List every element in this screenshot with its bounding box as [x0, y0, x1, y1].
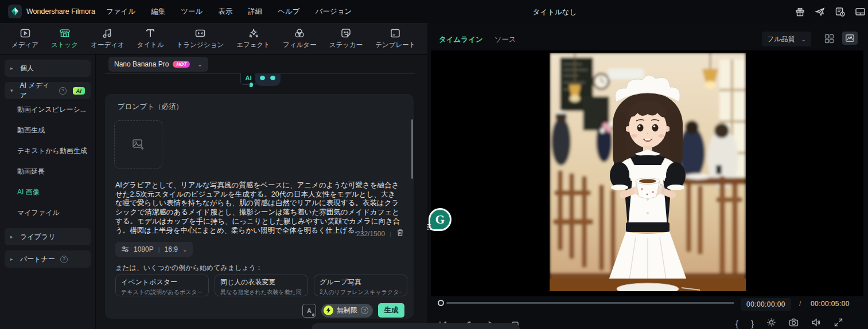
send-feedback-icon[interactable] — [815, 6, 826, 17]
menu-file[interactable]: ファイル — [106, 7, 135, 17]
settings-gear-icon[interactable] — [766, 318, 776, 329]
counter-row: 232/1500 | — [356, 228, 404, 239]
robot-head-icon — [255, 73, 281, 86]
unlimited-credits-pill[interactable]: 無制限 ? — [321, 304, 373, 318]
tab-filter[interactable]: フィルター — [279, 28, 320, 49]
toast-partial — [312, 323, 520, 329]
preview-viewport[interactable] — [431, 50, 863, 296]
help-icon[interactable]: ? — [361, 307, 368, 314]
scopes-icon[interactable] — [842, 32, 858, 45]
sidebar-group-library[interactable]: ▸ ライブラリ — [5, 228, 91, 245]
sidebar-group-partner[interactable]: ▸ パートナー ? — [5, 250, 91, 268]
chevron-right-icon: ▸ — [10, 65, 15, 71]
filmora-logo-icon[interactable] — [8, 5, 22, 18]
task-history-icon[interactable] — [835, 6, 846, 17]
seek-bar[interactable] — [446, 302, 734, 304]
sidebar-group-ai-media[interactable]: ▾ AI メディア ? AI — [5, 82, 91, 99]
app-name: Wondershare Filmora — [26, 7, 95, 15]
current-timecode[interactable]: 00:00:00:00 — [741, 298, 791, 311]
model-selector[interactable]: Nano Banana Pro HOT ⌄ — [108, 57, 208, 72]
chevron-down-icon: ⌄ — [182, 246, 187, 253]
tab-template[interactable]: テンプレート — [372, 28, 419, 49]
gift-icon[interactable] — [795, 6, 805, 17]
menu-advanced[interactable]: 詳細 — [248, 7, 262, 17]
output-settings[interactable]: 1080P | 16:9 ⌄ — [115, 242, 193, 257]
tab-title[interactable]: タイトル — [134, 28, 168, 49]
preview-panel: タイムライン ソース フル品質 ⌄ — [427, 23, 868, 329]
tab-transition[interactable]: トランジション — [173, 28, 227, 49]
bolt-icon — [324, 306, 333, 315]
chevron-right-icon: ▸ — [10, 256, 15, 262]
sidebar-item-video-extend[interactable]: 動画延長 — [0, 161, 95, 182]
example-outfit-change[interactable]: 同じ人の衣装変更 異なる指定された衣装を着た同じ... — [215, 275, 308, 296]
prompt-header: プロンプト（必須） — [118, 102, 183, 112]
playhead-handle[interactable] — [438, 300, 444, 306]
fullscreen-icon[interactable] — [834, 318, 843, 329]
time-separator: / — [799, 300, 801, 308]
divider: | — [390, 230, 391, 237]
sidebar-item-video-generation[interactable]: 動画生成 — [0, 120, 95, 140]
help-icon[interactable]: ? — [59, 87, 66, 95]
image-plus-icon — [131, 138, 145, 151]
menubar: Wondershare Filmora ファイル 編集 ツール 表示 詳細 ヘル… — [0, 0, 868, 23]
hot-badge: HOT — [173, 61, 190, 68]
ai-translate-icon[interactable]: A — [302, 304, 316, 318]
model-name: Nano Banana Pro — [114, 60, 169, 68]
menu-view[interactable]: 表示 — [218, 7, 232, 17]
layout-grid-icon[interactable] — [824, 34, 834, 46]
filmora-window: Wondershare Filmora ファイル 編集 ツール 表示 詳細 ヘル… — [0, 0, 868, 329]
tab-stock[interactable]: ストック — [48, 28, 81, 49]
resolution-value: 1080P — [134, 245, 154, 253]
quality-selector[interactable]: フル品質 ⌄ — [762, 32, 811, 46]
layout-panel-icon[interactable] — [855, 6, 866, 17]
menu-help[interactable]: ヘルプ — [278, 7, 299, 17]
project-title: タイトルなし — [533, 7, 577, 17]
chevron-down-icon: ⌄ — [197, 61, 202, 68]
snapshot-camera-icon[interactable] — [789, 318, 799, 329]
sidebar-item-text-to-video[interactable]: テキストから動画生成 — [0, 140, 95, 161]
menu-tools[interactable]: ツール — [181, 7, 203, 17]
tab-media[interactable]: メディア — [8, 28, 42, 49]
examples-heading: または、いくつかの例から始めてみましょう： — [115, 263, 263, 273]
tab-audio[interactable]: オーディオ — [87, 28, 128, 49]
chevron-down-icon: ⌄ — [801, 36, 806, 42]
ai-image-panel: Nano Banana Pro HOT ⌄ AI プロンプト（必須） AIグラビ… — [96, 54, 427, 329]
grammarly-g-icon: G — [429, 208, 451, 231]
example-event-poster[interactable]: イベントポスター テキストの説明があるポスター。 — [115, 275, 209, 296]
menu-version[interactable]: バージョン — [316, 7, 352, 17]
tab-effects[interactable]: エフェクト — [233, 28, 274, 49]
drag-grip-icon[interactable] — [427, 224, 431, 230]
help-icon[interactable]: ? — [60, 256, 68, 263]
sidebar-item-video-inspiration[interactable]: 動画インスピレーシ... — [0, 99, 95, 120]
ai-mascot-graphic: AI — [240, 73, 286, 87]
generate-button[interactable]: 生成 — [378, 303, 404, 318]
reference-image-upload[interactable] — [114, 120, 162, 169]
mark-out-icon[interactable]: } — [751, 319, 754, 328]
tab-timeline[interactable]: タイムライン — [439, 35, 483, 45]
ai-mascot-badge: AI — [240, 73, 256, 85]
example-group-photo[interactable]: グループ写真 2人のリファレンスキャラクターの旅の... — [314, 275, 407, 296]
menubar-icons — [795, 0, 868, 23]
sidebar-group-personal[interactable]: ▸ 個人 — [5, 60, 91, 77]
total-duration: 00:00:05:00 — [811, 300, 850, 308]
sidebar: ▸ 個人 ▾ AI メディア ? AI 動画インスピレーシ... 動画生成 テキ… — [0, 54, 96, 329]
sliders-icon — [121, 245, 129, 253]
menu-edit[interactable]: 編集 — [151, 7, 165, 17]
generated-image — [550, 53, 746, 291]
example-cards: イベントポスター テキストの説明があるポスター。 同じ人の衣装変更 異なる指定さ… — [115, 275, 407, 296]
card-scrollbar[interactable] — [411, 119, 413, 179]
divider: | — [158, 246, 160, 253]
sidebar-item-ai-image[interactable]: AI 画像 — [0, 182, 95, 202]
trash-icon[interactable] — [396, 228, 404, 239]
volume-icon[interactable] — [811, 318, 821, 329]
char-counter: 232/1500 — [356, 230, 385, 238]
tab-source[interactable]: ソース — [495, 35, 516, 45]
sidebar-item-my-files[interactable]: マイファイル — [0, 202, 95, 223]
grammarly-widget[interactable]: G — [429, 208, 451, 231]
mark-in-icon[interactable]: { — [735, 319, 738, 328]
main-menu: ファイル 編集 ツール 表示 詳細 ヘルプ バージョン — [106, 0, 352, 23]
tab-sticker[interactable]: ステッカー — [326, 28, 367, 49]
asset-toolbar: メディア ストック オーディオ タイトル トランジション エフェクト フィルター — [0, 23, 427, 54]
preview-tools: { } — [735, 318, 843, 329]
prompt-input[interactable]: AIグラビアとして、リアルな写真風の質感をベースに、アニメのような可愛さを融合さ… — [115, 181, 402, 235]
